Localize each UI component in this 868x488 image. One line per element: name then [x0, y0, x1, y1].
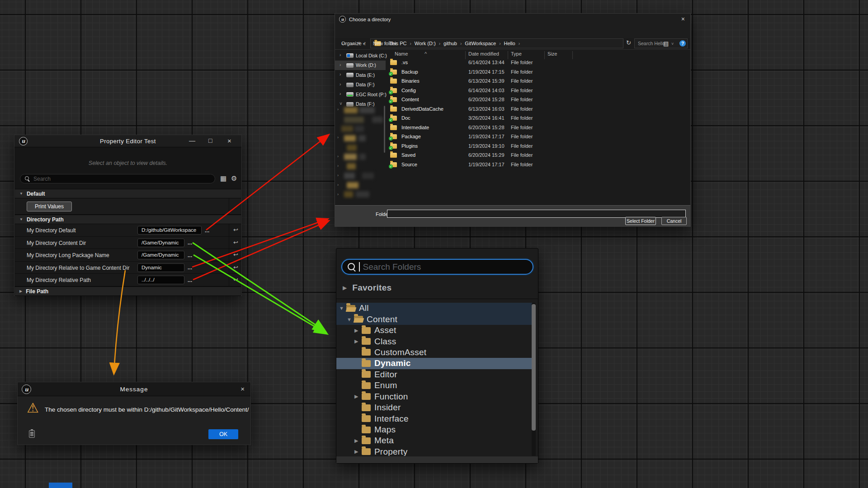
expander-icon[interactable]: ▶ [354, 449, 362, 455]
more-options-button[interactable]: ... [205, 228, 210, 233]
select-folder-button[interactable]: Select Folder [625, 217, 656, 225]
column-header-size[interactable]: Size [547, 51, 557, 56]
file-row[interactable]: DerivedDataCache 6/13/2024 16:03 File fo… [335, 104, 689, 114]
expander-icon[interactable]: ▼ [347, 317, 354, 322]
tree-folder-row[interactable]: Enum [336, 380, 532, 391]
details-search-input[interactable] [33, 176, 210, 182]
folder-icon [362, 448, 371, 455]
expander-icon[interactable]: ▶ [354, 338, 362, 344]
expander-icon[interactable]: ▼ [339, 305, 346, 311]
property-row: My Directory Relative Path ../../../ ...… [15, 274, 241, 286]
property-value-field[interactable]: /Game/Dynamic [137, 251, 184, 259]
tree-folder-row[interactable]: ▼ Content [336, 314, 532, 324]
file-name: Source [401, 162, 417, 167]
tree-folder-row[interactable]: Maps [336, 424, 532, 435]
property-value-field[interactable]: /Game/Dynamic [137, 239, 184, 247]
tree-folder-row[interactable]: ▶ Class [336, 336, 532, 347]
collapse-triangle-icon[interactable]: ▼ [19, 217, 23, 221]
copy-message-clipboard-icon[interactable] [29, 430, 35, 438]
tree-folder-row[interactable]: Insider [336, 402, 532, 413]
column-header-name[interactable]: Name [395, 51, 408, 56]
minimize-button[interactable]: — [189, 137, 195, 144]
more-options-button[interactable]: ... [188, 265, 193, 270]
file-row[interactable]: Package 1/19/2024 17:17 File folder [335, 132, 689, 141]
close-icon[interactable]: × [227, 137, 231, 145]
file-name: Config [401, 88, 416, 93]
expander-icon[interactable]: ▶ [354, 438, 362, 444]
window-titlebar[interactable]: u Property Editor Test — □ × [14, 135, 241, 147]
cancel-button[interactable]: Cancel [661, 217, 687, 225]
chevron-down-icon[interactable]: ˅ [671, 42, 674, 46]
details-search-box[interactable] [20, 174, 215, 183]
property-value-field[interactable]: ../../../ [137, 276, 184, 284]
expander-icon[interactable]: ▶ [354, 394, 362, 399]
folder-icon [354, 316, 363, 323]
folder-icon [362, 427, 371, 433]
ok-button[interactable]: OK [208, 429, 238, 439]
expander-icon[interactable]: ▶ [354, 328, 362, 333]
expand-triangle-icon[interactable]: ▶ [343, 285, 347, 291]
list-view-icon[interactable]: ▤ [663, 40, 669, 47]
file-row[interactable]: Source 1/19/2024 17:17 File folder [335, 160, 689, 169]
folder-icon [390, 144, 397, 149]
folder-name-input[interactable] [387, 210, 685, 217]
reset-to-default-button[interactable]: ↩ [233, 276, 238, 283]
tree-folder-row[interactable]: ▶ Function [336, 391, 532, 402]
section-file-path[interactable]: ▶ File Path [15, 286, 241, 296]
display-filter-icon[interactable]: ▦ [220, 174, 226, 183]
file-row[interactable]: .vs 6/14/2024 13:44 File folder [335, 58, 689, 67]
tree-folder-row[interactable]: ▶ Meta [336, 435, 532, 446]
file-row[interactable]: Plugins 1/19/2024 19:10 File folder [335, 141, 689, 151]
address-bar: ← → ˅ ↑ › This PC›Work (D:)›github›GitWo… [335, 25, 690, 38]
collapse-triangle-icon[interactable]: ▼ [19, 192, 23, 196]
new-folder-button[interactable]: New folder [373, 41, 397, 46]
scrollbar-thumb[interactable] [532, 304, 536, 431]
property-value-field[interactable]: Dynamic [137, 263, 184, 272]
section-directory-path[interactable]: ▼ Directory Path [15, 215, 241, 224]
reset-to-default-button[interactable]: ↩ [233, 239, 238, 246]
more-options-button[interactable]: ... [188, 253, 193, 258]
expand-triangle-icon[interactable]: ▶ [19, 289, 22, 293]
maximize-button[interactable]: □ [208, 137, 212, 144]
file-row[interactable]: Saved 6/20/2024 15:29 File folder [335, 150, 689, 160]
file-name: Content [401, 97, 419, 102]
folder-search-input[interactable] [363, 262, 528, 272]
close-icon[interactable]: × [241, 385, 245, 393]
help-icon[interactable]: ? [679, 40, 686, 47]
tree-folder-row[interactable]: ▶ Asset [336, 325, 532, 336]
file-row[interactable]: Binaries 6/13/2024 15:39 File folder [335, 76, 689, 86]
settings-gear-icon[interactable]: ⚙ [231, 174, 237, 183]
file-row[interactable]: Backup 1/19/2024 17:15 File folder [335, 67, 689, 77]
property-label: My Directory Default [27, 227, 76, 234]
tree-folder-row[interactable]: ▼ All [336, 303, 532, 314]
file-row[interactable]: Content 6/20/2024 15:28 File folder [335, 95, 689, 104]
folder-search-box[interactable] [341, 259, 533, 275]
tree-folder-row[interactable]: CustomAsset [336, 347, 532, 358]
file-row[interactable]: Config 6/14/2024 14:03 File folder [335, 86, 689, 95]
folder-name: All [359, 303, 369, 313]
file-type: File folder [511, 152, 533, 158]
close-icon[interactable]: × [681, 15, 685, 23]
folder-icon [390, 97, 397, 102]
organize-button[interactable]: Organize ▾ [341, 41, 365, 46]
section-default[interactable]: ▼ Default [15, 189, 241, 198]
tree-folder-row[interactable]: Editor [336, 369, 532, 380]
reset-to-default-button[interactable]: ↩ [233, 226, 238, 233]
reset-to-default-button[interactable]: ↩ [233, 251, 238, 258]
dialog-footer: Folder: Select Folder Cancel [335, 205, 690, 226]
tree-folder-row[interactable]: Dynamic [336, 358, 532, 369]
file-row[interactable]: Doc 3/26/2024 16:41 File folder [335, 113, 689, 123]
favorites-section[interactable]: ▶ Favorites [343, 283, 392, 293]
column-header-date[interactable]: Date modified [468, 51, 499, 56]
print-values-button[interactable]: Print Values [27, 202, 72, 211]
property-value-field[interactable]: D:/github/GitWorkspace [137, 226, 202, 235]
more-options-button[interactable]: ... [188, 278, 193, 282]
more-options-button[interactable]: ... [188, 240, 193, 245]
reset-to-default-button[interactable]: ↩ [233, 264, 238, 271]
tree-folder-row[interactable]: Interface [336, 413, 532, 424]
file-row[interactable]: Intermediate 6/20/2024 15:28 File folder [335, 123, 689, 132]
divider [336, 299, 538, 299]
dialog-titlebar[interactable]: u Choose a directory × [335, 14, 690, 25]
dialog-titlebar[interactable]: u Message × [18, 382, 250, 396]
column-header-type[interactable]: Type [511, 51, 522, 56]
